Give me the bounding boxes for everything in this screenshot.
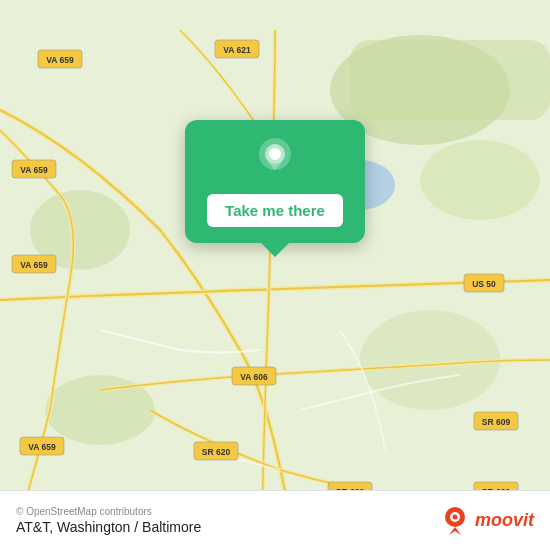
map-container: VA 659 VA 621 VA 659 VA 659 US 50 VA 606… [0,0,550,550]
svg-text:VA 621: VA 621 [223,45,251,55]
svg-text:VA 659: VA 659 [20,260,48,270]
svg-text:SR 609: SR 609 [482,417,511,427]
map-background: VA 659 VA 621 VA 659 VA 659 US 50 VA 606… [0,0,550,550]
moovit-logo-icon [439,505,471,537]
location-pin-icon [251,136,299,184]
svg-text:US 50: US 50 [472,279,496,289]
moovit-brand-text: moovit [475,510,534,531]
take-me-there-button[interactable]: Take me there [207,194,343,227]
moovit-logo: moovit [439,505,534,537]
svg-text:SR 620: SR 620 [202,447,231,457]
location-info: © OpenStreetMap contributors AT&T, Washi… [16,506,201,535]
location-name: AT&T, Washington / Baltimore [16,519,201,535]
svg-point-35 [452,514,457,519]
bottom-bar: © OpenStreetMap contributors AT&T, Washi… [0,490,550,550]
svg-text:VA 659: VA 659 [46,55,74,65]
svg-text:VA 659: VA 659 [20,165,48,175]
popup-card: Take me there [185,120,365,243]
svg-point-2 [420,140,540,220]
svg-rect-3 [350,40,550,120]
svg-text:VA 606: VA 606 [240,372,268,382]
copyright-text: © OpenStreetMap contributors [16,506,201,517]
svg-text:VA 659: VA 659 [28,442,56,452]
